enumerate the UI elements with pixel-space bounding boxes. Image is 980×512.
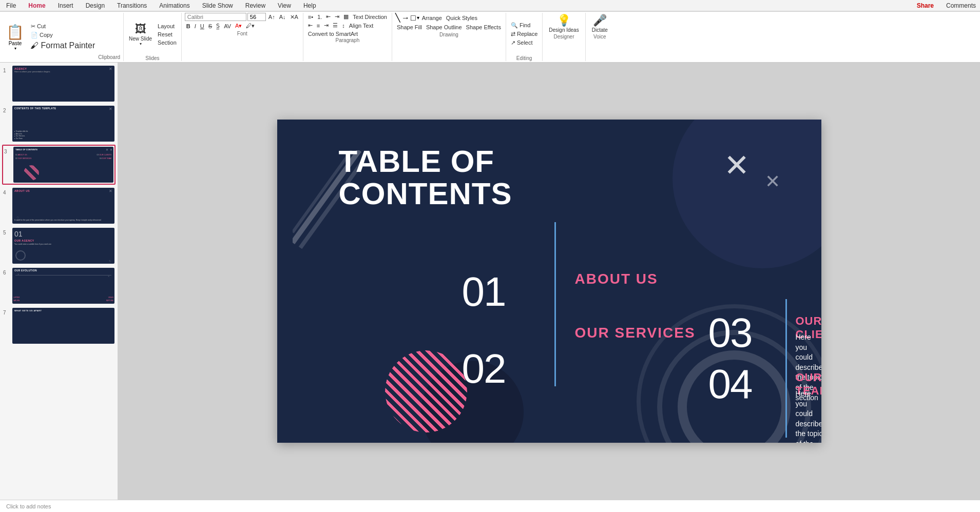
slide-thumb-3[interactable]: 3 TABLE OF CONTENTS 01 ABOUT US 02 OUR S… <box>2 145 116 185</box>
slide-thumb-1[interactable]: 1 AGENCY Here is where your presentation… <box>2 65 116 103</box>
menu-animations[interactable]: Animations <box>157 1 191 10</box>
designer-group: 💡 Design Ideas Designer <box>543 13 585 61</box>
arrow-icon[interactable]: → <box>401 13 410 23</box>
menu-slideshow[interactable]: Slide Show <box>200 1 235 10</box>
strikethrough-button[interactable]: S <box>207 23 214 30</box>
comments-button[interactable]: Comments <box>946 2 976 9</box>
slide-num-5: 5 <box>3 228 10 235</box>
slide-num-3: 3 <box>4 147 11 154</box>
menu-help[interactable]: Help <box>301 1 318 10</box>
find-button[interactable]: 🔍 Find <box>509 22 539 29</box>
item-01-number[interactable]: 01 <box>462 268 506 316</box>
line-icon[interactable]: ╲ <box>395 13 400 23</box>
menu-insert[interactable]: Insert <box>56 1 75 10</box>
menu-home[interactable]: Home <box>26 1 47 10</box>
dictate-button[interactable]: 🎤 Dictate <box>590 13 610 34</box>
font-increase-button[interactable]: A↑ <box>267 13 277 21</box>
paste-button[interactable]: 📋 Paste ▾ <box>3 13 27 61</box>
shadow-button[interactable]: S̲ <box>215 22 221 30</box>
slide-num-1: 1 <box>3 66 10 73</box>
slide-thumb-4[interactable]: 4 ABOUT US ✕ It could be the part of the… <box>2 187 116 225</box>
label-our-services[interactable]: OUR SERVICES <box>575 325 696 341</box>
copy-button[interactable]: 📄 Copy <box>29 31 96 39</box>
bullet-list-button[interactable]: ≡• <box>306 13 315 21</box>
replace-button[interactable]: ⇄ Replace <box>509 30 539 38</box>
line-spacing-button[interactable]: ↕ <box>340 22 347 29</box>
italic-button[interactable]: I <box>193 23 198 30</box>
clipboard-label: Clipboard <box>98 54 120 61</box>
label-about-us[interactable]: ABOUT US <box>575 271 658 287</box>
share-button[interactable]: Share <box>917 2 934 9</box>
menu-view[interactable]: View <box>276 1 293 10</box>
slide-image-5: 01 OUR AGENCY You could enter a subtitle… <box>12 228 114 264</box>
format-painter-button[interactable]: 🖌 Format Painter <box>29 40 96 51</box>
shapes-more[interactable]: ▾ <box>417 15 419 21</box>
align-text-button[interactable]: Align Text <box>348 22 375 29</box>
layout-button[interactable]: Layout <box>156 23 178 30</box>
slide-image-1: AGENCY Here is where your presentation b… <box>12 66 114 102</box>
columns-button[interactable]: ▦ <box>342 13 350 21</box>
rect-icon[interactable]: □ <box>411 13 416 23</box>
font-size-input[interactable] <box>247 13 266 21</box>
shape-fill-button[interactable]: Shape Fill <box>395 24 424 31</box>
slide-options: Layout Reset Section <box>156 23 178 46</box>
slide-thumb-5[interactable]: 5 01 OUR AGENCY You could enter a subtit… <box>2 227 116 265</box>
shape-effects-button[interactable]: Shape Effects <box>465 24 503 31</box>
font-decrease-button[interactable]: A↓ <box>278 13 287 21</box>
indent-decrease-button[interactable]: ⇤ <box>324 13 332 21</box>
char-spacing-button[interactable]: AV <box>222 23 233 30</box>
bold-button[interactable]: B <box>185 23 192 30</box>
shape-outline-button[interactable]: Shape Outline <box>425 24 464 31</box>
design-ideas-icon: 💡 <box>557 14 571 27</box>
menu-file[interactable]: File <box>4 1 18 10</box>
text-direction-button[interactable]: Text Direction <box>351 13 389 21</box>
item-03-number[interactable]: 03 <box>708 309 752 357</box>
quick-styles-button[interactable]: Quick Styles <box>445 14 479 22</box>
align-right-button[interactable]: ⇥ <box>322 22 330 29</box>
slide-canvas[interactable]: ✕ ✕ TABLE OF CONTENTS 01 <box>277 120 821 443</box>
convert-smartart-button[interactable]: Convert to SmartArt <box>306 30 359 37</box>
voice-group-label: Voice <box>593 34 606 40</box>
new-slide-button[interactable]: 🖼 New Slide ▾ <box>127 22 154 47</box>
font-color-button[interactable]: A▾ <box>234 22 243 30</box>
justify-button[interactable]: ☰ <box>331 22 339 29</box>
item-04-number[interactable]: 04 <box>708 361 752 408</box>
notes-area[interactable]: Click to add notes <box>0 500 980 512</box>
paste-dropdown[interactable]: ▾ <box>14 46 16 51</box>
select-button[interactable]: ↗ Select <box>509 39 539 47</box>
divider-left <box>554 222 556 386</box>
slide-thumb-7[interactable]: 7 WHAT SETS US APART <box>2 307 116 345</box>
slide-thumb-2[interactable]: 2 CONTENTS OF THIS TEMPLATE ✕ ▸ Template… <box>2 105 116 143</box>
paste-label: Paste <box>9 41 22 46</box>
design-ideas-button[interactable]: 💡 Design Ideas <box>547 13 581 34</box>
highlight-button[interactable]: 🖊▾ <box>244 22 256 30</box>
notes-placeholder: Click to add notes <box>6 503 51 509</box>
voice-group: 🎤 Dictate Voice <box>586 13 614 61</box>
label-our-team-desc: Here you could describe the topic of the… <box>796 389 821 443</box>
font-group: A↑ A↓ ✕A B I U S S̲ AV A▾ 🖊▾ Font <box>182 13 303 61</box>
arrange-button[interactable]: Arrange <box>420 14 444 22</box>
reset-button[interactable]: Reset <box>156 31 178 38</box>
align-left-button[interactable]: ⇤ <box>306 22 314 29</box>
menu-transitions[interactable]: Transitions <box>115 1 149 10</box>
section-button[interactable]: Section <box>156 39 178 46</box>
slide-thumb-6[interactable]: 6 OUR EVOLUTION JUPITERVENUS SATURNNEPTU… <box>2 267 116 305</box>
menu-review[interactable]: Review <box>243 1 267 10</box>
slide-image-2: CONTENTS OF THIS TEMPLATE ✕ ▸ Template s… <box>12 106 114 142</box>
cut-button[interactable]: ✂ Cut <box>29 23 96 30</box>
align-center-button[interactable]: ≡ <box>315 22 321 29</box>
slide-image-3: TABLE OF CONTENTS 01 ABOUT US 02 OUR SER… <box>13 147 113 183</box>
underline-button[interactable]: U <box>199 23 206 30</box>
menu-design[interactable]: Design <box>84 1 107 10</box>
slide-image-4: ABOUT US ✕ It could be the part of the p… <box>12 188 114 224</box>
main-area: 1 AGENCY Here is where your presentation… <box>0 63 980 500</box>
slide-title[interactable]: TABLE OF CONTENTS <box>339 145 512 210</box>
font-name-input[interactable] <box>185 13 246 21</box>
clear-format-button[interactable]: ✕A <box>289 13 300 21</box>
divider-right <box>785 299 787 438</box>
item-02-number[interactable]: 02 <box>462 345 506 392</box>
paragraph-group-label: Paragraph <box>306 37 389 43</box>
numbered-list-button[interactable]: 1. <box>316 13 323 21</box>
indent-increase-button[interactable]: ⇥ <box>333 13 341 21</box>
slide-title-line2: CONTENTS <box>339 178 512 210</box>
